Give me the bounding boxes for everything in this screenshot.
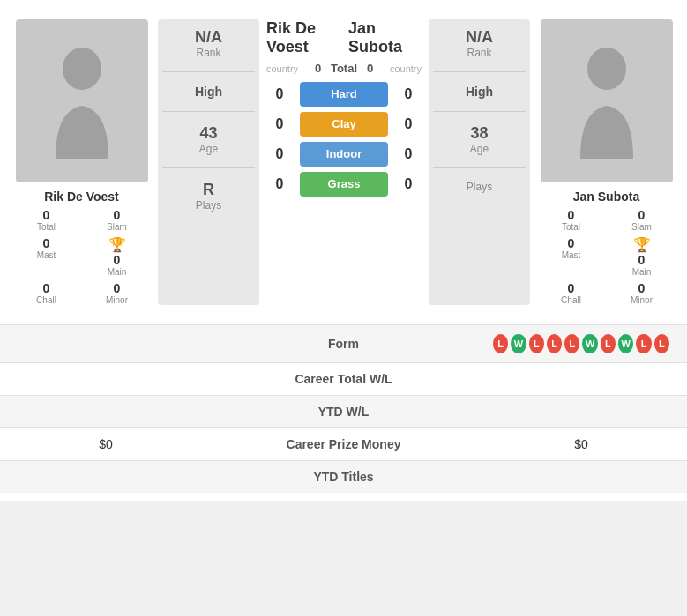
form-row: Form LWLLLWLWLL — [0, 324, 687, 362]
right-player-name: Jan Subota — [573, 189, 639, 204]
svg-point-0 — [63, 48, 101, 90]
center-left-name: Rik De Voest — [266, 19, 348, 56]
right-stat-minor: 0 Minor — [611, 281, 673, 305]
form-badge-l: L — [493, 334, 508, 353]
right-high-group: High — [466, 85, 493, 99]
indoor-score-right: 0 — [395, 146, 422, 162]
ytd-wl-row: YTD W/L — [0, 395, 687, 427]
form-badge-l: L — [601, 334, 616, 353]
left-avatar-silhouette — [47, 44, 117, 159]
left-stat-slam: 0 Slam — [86, 208, 148, 232]
grass-button[interactable]: Grass — [300, 172, 388, 197]
surface-wrapper: 0 Hard 0 0 Clay 0 0 Indoor 0 — [266, 82, 422, 202]
right-player-column: Jan Subota 0 Total 0 Slam 0 Mast 🏆 0 Ma — [534, 19, 679, 305]
left-age-group: 43 Age — [199, 124, 218, 155]
right-player-stats: 0 Total 0 Slam 0 Mast 🏆 0 Main 0 — [541, 208, 673, 305]
hard-button[interactable]: Hard — [300, 82, 388, 107]
left-plays-group: R Plays — [196, 181, 221, 212]
hard-score-left: 0 — [266, 86, 293, 102]
titles-row: YTD Titles — [0, 460, 687, 493]
right-stats-panel: N/A Rank High 38 Age Plays — [429, 19, 530, 305]
total-label: 0 Total 0 — [315, 62, 373, 75]
svg-point-1 — [587, 48, 626, 90]
form-badge-l: L — [529, 334, 544, 353]
right-stat-slam: 0 Slam — [611, 208, 673, 232]
grass-score-right: 0 — [395, 176, 422, 192]
left-stat-minor: 0 Minor — [86, 281, 148, 305]
form-badges-right: LWLLLWLWLL — [493, 334, 669, 353]
clay-score-right: 0 — [395, 116, 422, 132]
right-sep-1 — [433, 71, 526, 72]
form-badge-w: W — [582, 334, 597, 353]
left-rank-group: N/A Rank — [195, 28, 222, 59]
top-section: Rik De Voest 0 Total 0 Slam 0 Mast 🏆 0 — [0, 9, 687, 315]
grass-score-left: 0 — [266, 176, 293, 192]
form-label: Form — [194, 337, 493, 351]
center-column: Rik De Voest Jan Subota country 0 Total … — [263, 19, 425, 305]
prize-label: Career Prize Money — [194, 437, 493, 451]
right-trophy-icon: 🏆 — [633, 236, 651, 253]
left-trophy-cell: 🏆 0 Main — [86, 236, 148, 277]
form-badge-w: W — [618, 334, 633, 353]
bottom-section: Form LWLLLWLWLL Career Total W/L YTD W/L… — [0, 324, 687, 493]
right-player-avatar — [541, 19, 673, 182]
indoor-button[interactable]: Indoor — [300, 142, 388, 167]
left-high-group: High — [195, 85, 222, 99]
left-stats-panel: N/A Rank High 43 Age R Plays — [158, 19, 259, 305]
right-stat-mast: 0 Mast — [541, 236, 602, 277]
clay-score-left: 0 — [266, 116, 293, 132]
left-sep-2 — [162, 111, 255, 112]
form-badge-l: L — [654, 334, 669, 353]
ytd-wl-label: YTD W/L — [194, 404, 493, 419]
right-stat-chall: 0 Chall — [541, 281, 602, 305]
left-sep-1 — [162, 71, 255, 72]
right-stat-total: 0 Total — [541, 208, 602, 232]
left-player-stats: 0 Total 0 Slam 0 Mast 🏆 0 Main 0 — [16, 208, 148, 305]
prize-row: $0 Career Prize Money $0 — [0, 427, 687, 460]
surface-row-hard: 0 Hard 0 — [266, 82, 422, 107]
left-country-label: country — [266, 63, 298, 74]
surface-row-grass: 0 Grass 0 — [266, 172, 422, 197]
right-age-group: 38 Age — [470, 124, 489, 155]
right-country-label: country — [390, 63, 422, 74]
form-badge-l: L — [547, 334, 562, 353]
left-sep-3 — [162, 167, 255, 168]
hard-score-right: 0 — [395, 86, 422, 102]
right-rank-group: N/A Rank — [466, 28, 493, 59]
titles-label: YTD Titles — [194, 470, 493, 484]
right-sep-3 — [433, 167, 526, 168]
indoor-score-left: 0 — [266, 146, 293, 162]
form-badge-w: W — [511, 334, 526, 353]
left-player-avatar — [16, 19, 148, 182]
left-stat-chall: 0 Chall — [16, 281, 78, 305]
right-plays-group: Plays — [467, 181, 492, 193]
form-badge-l: L — [636, 334, 651, 353]
prize-left: $0 — [18, 437, 194, 451]
surface-row-clay: 0 Clay 0 — [266, 112, 422, 137]
form-badge-l: L — [564, 334, 579, 353]
left-player-name: Rik De Voest — [44, 189, 119, 204]
main-container: Rik De Voest 0 Total 0 Slam 0 Mast 🏆 0 — [0, 0, 687, 501]
form-badges-container: LWLLLWLWLL — [493, 334, 669, 353]
center-right-name: Jan Subota — [348, 19, 422, 56]
right-sep-2 — [433, 111, 526, 112]
left-stat-mast: 0 Mast — [16, 236, 78, 277]
left-trophy-icon: 🏆 — [108, 236, 126, 253]
career-wl-row: Career Total W/L — [0, 362, 687, 395]
surface-row-indoor: 0 Indoor 0 — [266, 142, 422, 167]
clay-button[interactable]: Clay — [300, 112, 388, 137]
career-wl-label: Career Total W/L — [194, 372, 493, 386]
prize-right: $0 — [493, 437, 669, 451]
right-trophy-cell: 🏆 0 Main — [611, 236, 673, 277]
right-avatar-silhouette — [571, 44, 642, 159]
left-stat-total: 0 Total — [16, 208, 78, 232]
left-player-column: Rik De Voest 0 Total 0 Slam 0 Mast 🏆 0 — [9, 19, 154, 305]
